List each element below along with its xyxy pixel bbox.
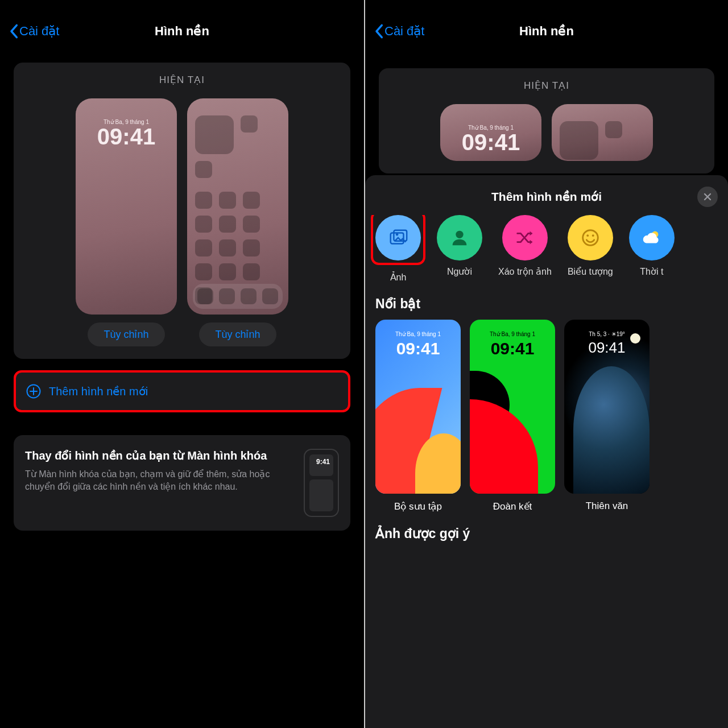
- chevron-left-icon: [374, 23, 383, 39]
- current-header: HIỆN TẠI: [23, 74, 341, 86]
- category-label: Xáo trộn ảnh: [498, 266, 552, 277]
- category-photos[interactable]: Ảnh: [375, 215, 421, 283]
- wallpaper-picker-screen: Cài đặt Hình nền HIỆN TẠI Thứ Ba, 9 thán…: [364, 0, 728, 728]
- category-label: Biểu tượng: [568, 266, 613, 277]
- page-title: Hình nền: [519, 24, 574, 39]
- svg-point-4: [456, 231, 463, 238]
- dock-icon: [197, 288, 213, 304]
- thumb-label: Đoàn kết: [493, 500, 532, 512]
- app-icon: [195, 192, 212, 209]
- cloud-sun-icon: [641, 227, 663, 249]
- app-icon: [195, 161, 212, 178]
- nav-bar: Cài đặt Hình nền: [0, 0, 364, 51]
- homescreen-preview[interactable]: [187, 98, 288, 315]
- app-icon: [219, 239, 236, 257]
- sheet-title: Thêm hình nền mới: [491, 190, 602, 203]
- featured-row: Thứ Ba, 9 tháng 1 09:41 Bộ sưu tập Thứ B…: [365, 320, 728, 512]
- current-wallpaper-card: HIỆN TẠI Thứ Ba, 9 tháng 1 09:41 Tùy chỉ…: [14, 63, 350, 359]
- mini-time: 9:41: [309, 454, 333, 476]
- app-icon: [243, 216, 260, 233]
- category-people[interactable]: Người: [437, 215, 482, 283]
- tip-body: Từ Màn hình khóa của bạn, chạm và giữ để…: [25, 468, 293, 493]
- svg-point-6: [586, 234, 589, 237]
- category-weather[interactable]: Thời t: [629, 215, 675, 283]
- app-icon: [219, 192, 236, 209]
- lockscreen-preview[interactable]: Thứ Ba, 9 tháng 1 09:41: [440, 104, 541, 161]
- tip-title: Thay đổi hình nền của bạn từ Màn hình kh…: [25, 449, 293, 462]
- featured-astronomy[interactable]: Th 5, 3 · ☀︎19° 09:41: [564, 320, 650, 494]
- current-wallpaper-card: HIỆN TẠI Thứ Ba, 9 tháng 1 09:41: [379, 68, 714, 173]
- category-row: Ảnh Người Xáo trộn ảnh Biểu tượng: [365, 215, 728, 283]
- thumb-time: 09:41: [564, 339, 650, 357]
- suggested-title: Ảnh được gợi ý: [365, 512, 728, 549]
- page-title: Hình nền: [155, 24, 209, 39]
- back-label: Cài đặt: [384, 24, 424, 39]
- featured-unity[interactable]: Thứ Ba, 9 tháng 1 09:41: [470, 320, 555, 494]
- close-button[interactable]: [697, 187, 718, 207]
- app-icon: [195, 263, 212, 280]
- app-icon: [243, 239, 260, 257]
- lockscreen-preview[interactable]: Thứ Ba, 9 tháng 1 09:41: [76, 98, 177, 315]
- thumb-date: Thứ Ba, 9 tháng 1: [375, 331, 461, 337]
- thumb-label: Bộ sưu tập: [394, 500, 442, 512]
- add-row-label: Thêm hình nền mới: [49, 384, 148, 398]
- chevron-left-icon: [9, 23, 18, 39]
- app-icon: [219, 216, 236, 233]
- featured-title: Nổi bật: [365, 283, 728, 320]
- customize-lock-button[interactable]: Tùy chỉnh: [88, 322, 164, 346]
- app-icon: [195, 216, 212, 233]
- close-icon: [703, 192, 712, 201]
- app-icon: [605, 121, 622, 138]
- svg-point-5: [583, 230, 598, 246]
- widget-icon: [195, 115, 234, 154]
- add-wallpaper-sheet: Thêm hình nền mới Ảnh Người: [365, 175, 728, 728]
- featured-collection[interactable]: Thứ Ba, 9 tháng 1 09:41: [375, 320, 461, 494]
- app-icon: [219, 263, 236, 280]
- svg-point-7: [592, 234, 594, 237]
- thumb-date: Th 5, 3 · ☀︎19°: [564, 331, 650, 337]
- photos-icon: [387, 227, 409, 249]
- dock-icon: [219, 288, 235, 304]
- sheet-title-bar: Thêm hình nền mới: [365, 187, 728, 215]
- shuffle-icon: [514, 227, 536, 249]
- person-icon: [449, 227, 470, 249]
- category-label: Thời t: [640, 266, 663, 277]
- back-button[interactable]: Cài đặt: [374, 23, 424, 39]
- thumb-label: Thiên văn: [586, 500, 628, 512]
- settings-wallpaper-screen: Cài đặt Hình nền HIỆN TẠI Thứ Ba, 9 thán…: [0, 0, 364, 728]
- lock-time: 09:41: [440, 131, 541, 154]
- app-icon: [195, 239, 212, 257]
- dock-icon: [262, 288, 278, 304]
- category-emoji[interactable]: Biểu tượng: [568, 215, 613, 283]
- homescreen-preview[interactable]: [552, 104, 653, 161]
- app-icon: [243, 192, 260, 209]
- customize-home-button[interactable]: Tùy chỉnh: [199, 322, 276, 346]
- thumb-date: Thứ Ba, 9 tháng 1: [470, 331, 555, 337]
- nav-bar: Cài đặt Hình nền: [365, 0, 728, 51]
- thumb-time: 09:41: [470, 339, 555, 358]
- phone-outline-icon: 9:41: [304, 449, 339, 517]
- category-label: Người: [447, 266, 472, 277]
- category-shuffle[interactable]: Xáo trộn ảnh: [498, 215, 552, 283]
- thumb-time: 09:41: [375, 339, 461, 358]
- current-header: HIỆN TẠI: [388, 80, 705, 92]
- back-button[interactable]: Cài đặt: [9, 23, 59, 39]
- widget-icon: [560, 121, 598, 160]
- lock-time: 09:41: [76, 125, 177, 148]
- app-icon: [241, 115, 258, 133]
- smile-icon: [580, 227, 601, 249]
- back-label: Cài đặt: [19, 24, 59, 39]
- dock-icon: [241, 288, 257, 304]
- app-icon: [243, 263, 260, 280]
- add-new-wallpaper-row[interactable]: Thêm hình nền mới: [14, 370, 350, 412]
- plus-circle-icon: [26, 384, 41, 399]
- category-label: Ảnh: [390, 272, 407, 283]
- lock-date: Thứ Ba, 9 tháng 1: [440, 104, 541, 131]
- svg-point-3: [396, 233, 399, 236]
- lockscreen-tip-card: Thay đổi hình nền của bạn từ Màn hình kh…: [14, 435, 350, 531]
- lock-date: Thứ Ba, 9 tháng 1: [76, 98, 177, 125]
